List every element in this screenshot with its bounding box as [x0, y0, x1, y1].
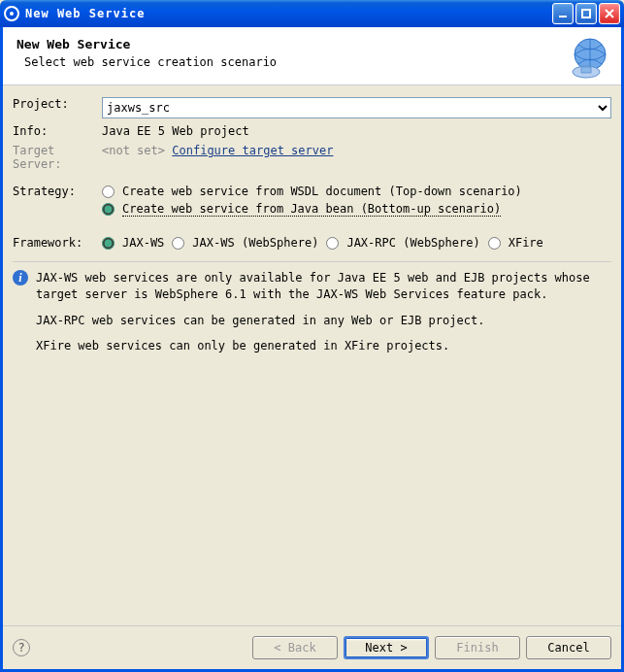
window-title: New Web Service — [25, 7, 550, 20]
page-title: New Web Service — [16, 37, 608, 51]
configure-target-server-link[interactable]: Configure target server — [172, 144, 333, 157]
svg-rect-0 — [559, 16, 567, 17]
globe-service-icon — [565, 35, 611, 82]
framework-jaxws-radio[interactable] — [102, 237, 115, 250]
separator — [13, 261, 611, 262]
svg-rect-1 — [582, 10, 590, 17]
title-bar: New Web Service — [0, 0, 624, 27]
framework-xfire-label[interactable]: XFire — [509, 236, 543, 250]
page-subtitle: Select web service creation scenario — [24, 55, 608, 69]
info-label: Info: — [13, 124, 102, 138]
framework-xfire-radio[interactable] — [488, 237, 501, 250]
info-icon: i — [13, 270, 28, 286]
info-p2: JAX-RPC web services can be generated in… — [36, 313, 611, 329]
target-server-label: Target Server: — [13, 144, 102, 171]
strategy-topdown-radio[interactable] — [102, 185, 115, 198]
cancel-button[interactable]: Cancel — [526, 636, 611, 659]
project-select[interactable]: jaxws_src — [102, 97, 611, 118]
info-p1: JAX-WS web services are only available f… — [36, 270, 611, 303]
framework-label: Framework: — [13, 236, 102, 253]
wizard-header: New Web Service Select web service creat… — [3, 27, 621, 85]
wizard-footer: ? < Back Next > Finish Cancel — [3, 625, 621, 669]
close-button[interactable] — [599, 3, 620, 24]
framework-jaxrpc-websphere-label[interactable]: JAX-RPC (WebSphere) — [346, 236, 479, 250]
info-value: Java EE 5 Web project — [102, 124, 611, 138]
framework-jaxrpc-websphere-radio[interactable] — [326, 237, 339, 250]
maximize-button[interactable] — [575, 3, 597, 24]
framework-jaxws-websphere-label[interactable]: JAX-WS (WebSphere) — [192, 236, 318, 250]
svg-rect-4 — [581, 67, 591, 73]
help-icon[interactable]: ? — [13, 639, 30, 656]
wizard-content: Project: jaxws_src Info: Java EE 5 Web p… — [3, 85, 621, 625]
wizard-title-icon — [4, 6, 19, 21]
strategy-topdown-label[interactable]: Create web service from WSDL document (T… — [122, 185, 522, 198]
framework-jaxws-label[interactable]: JAX-WS — [122, 236, 164, 250]
next-button[interactable]: Next > — [344, 636, 429, 659]
target-server-value: <not set> — [102, 144, 165, 157]
strategy-bottomup-radio[interactable] — [102, 203, 115, 216]
info-text-block: JAX-WS web services are only available f… — [36, 270, 611, 364]
finish-button[interactable]: Finish — [435, 636, 520, 659]
info-p3: XFire web services can only be generated… — [36, 338, 611, 354]
project-label: Project: — [13, 97, 102, 118]
strategy-label: Strategy: — [13, 185, 102, 220]
strategy-bottomup-label[interactable]: Create web service from Java bean (Botto… — [122, 202, 501, 217]
minimize-button[interactable] — [552, 3, 574, 24]
framework-jaxws-websphere-radio[interactable] — [172, 237, 184, 250]
back-button[interactable]: < Back — [252, 636, 338, 659]
